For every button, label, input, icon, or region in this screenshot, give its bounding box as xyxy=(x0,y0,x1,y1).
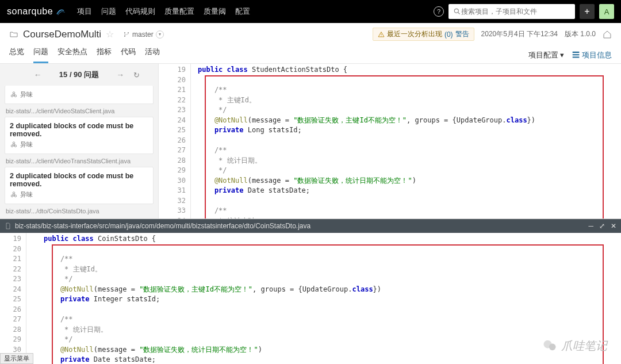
close-icon[interactable]: ✕ xyxy=(611,222,616,230)
svg-point-16 xyxy=(13,191,15,194)
project-tab[interactable]: 问题 xyxy=(33,47,48,63)
svg-point-18 xyxy=(14,195,17,197)
branch-icon xyxy=(123,31,130,38)
svg-point-6 xyxy=(381,36,381,36)
issue-card[interactable]: 2 duplicated blocks of code must be remo… xyxy=(5,167,154,204)
search-input[interactable] xyxy=(461,7,570,16)
expand-icon[interactable]: ⤢ xyxy=(599,222,605,230)
gutter-lower: 19202122232425262728293031323334353637 xyxy=(0,233,26,362)
add-button[interactable]: + xyxy=(580,4,595,19)
branch-selector[interactable]: master ▾ xyxy=(123,30,164,39)
code-body-lower: public class CoinStatsDto { /** * 主键Id。 … xyxy=(26,233,621,362)
file-path: biz-stats/.../client/VideoStatsClient.ja… xyxy=(6,108,152,114)
nav-item[interactable]: 代码规则 xyxy=(125,6,155,17)
project-icon xyxy=(9,30,18,39)
lower-code-viewer[interactable]: 19202122232425262728293031323334353637 p… xyxy=(0,233,621,362)
prev-issue-button[interactable]: ← xyxy=(34,70,42,79)
user-avatar[interactable]: A xyxy=(599,4,614,19)
svg-point-12 xyxy=(13,141,15,144)
analysis-timestamp: 2020年5月4日 下午12:34 xyxy=(481,29,558,39)
svg-point-20 xyxy=(549,344,556,351)
help-icon[interactable]: ? xyxy=(434,6,444,17)
home-icon[interactable] xyxy=(603,30,612,39)
project-header: CourseDemoMulti ☆ master ▾ 最近一次分析出现 (0) … xyxy=(0,23,621,64)
project-tab[interactable]: 活动 xyxy=(145,47,160,63)
warning-count: (0) xyxy=(444,30,453,39)
svg-point-17 xyxy=(11,195,13,197)
file-path: biz-stats/.../client/VideoTransStatsClie… xyxy=(6,158,152,164)
star-icon[interactable]: ☆ xyxy=(106,29,114,40)
next-issue-button[interactable]: → xyxy=(116,70,124,79)
branch-name: master xyxy=(132,30,154,39)
branch-dropdown-icon: ▾ xyxy=(156,30,164,39)
warning-label: 警告 xyxy=(455,29,469,39)
menu-hint[interactable]: 显示菜单 xyxy=(0,353,33,364)
minimize-icon[interactable]: ─ xyxy=(588,222,593,230)
project-tab[interactable]: 代码 xyxy=(121,47,136,63)
nav-item[interactable]: 质量配置 xyxy=(164,6,194,17)
issue-counter: 15 / 90 问题 xyxy=(59,70,99,80)
project-version: 版本 1.0.0 xyxy=(565,29,596,39)
search-icon xyxy=(453,7,461,16)
svg-line-1 xyxy=(458,13,460,14)
nav-item[interactable]: 配置 xyxy=(235,6,250,17)
watermark: 爪哇笔记 xyxy=(542,338,607,354)
logo-text: sonarqube xyxy=(7,6,53,17)
svg-point-14 xyxy=(14,145,17,147)
lower-file-path[interactable]: biz-stats/biz-stats-interface/src/main/j… xyxy=(15,222,588,230)
wechat-icon xyxy=(542,338,558,354)
issue-list[interactable]: 异味biz-stats/.../client/VideoStatsClient.… xyxy=(0,86,158,219)
file-path: biz-stats/.../dto/CoinStatsDto.java xyxy=(6,208,152,214)
logo-icon xyxy=(55,6,66,17)
gutter-upper: 19202122232425262728293031323334353637 xyxy=(159,64,191,219)
warning-icon xyxy=(378,31,385,38)
warning-prefix: 最近一次分析出现 xyxy=(387,29,442,39)
analysis-warning-badge[interactable]: 最近一次分析出现 (0) 警告 xyxy=(373,28,474,41)
svg-point-0 xyxy=(454,9,458,13)
watermark-text: 爪哇笔记 xyxy=(561,338,607,354)
nav-item[interactable]: 项目 xyxy=(77,6,92,17)
svg-point-2 xyxy=(124,32,125,33)
project-tab[interactable]: 总览 xyxy=(9,47,24,63)
nav-item[interactable]: 问题 xyxy=(101,6,116,17)
code-body-upper: public class StudentActionStatsDto { /**… xyxy=(191,64,621,219)
project-tab[interactable]: 指标 xyxy=(97,47,112,63)
project-tabs: 总览问题安全热点指标代码活动 项目配置 ▾ ☰ 项目信息 xyxy=(9,47,612,63)
project-name[interactable]: CourseDemoMulti xyxy=(23,29,101,40)
project-tab[interactable]: 安全热点 xyxy=(57,47,87,63)
project-config-dropdown[interactable]: 项目配置 ▾ xyxy=(528,50,565,60)
reload-icon[interactable]: ↻ xyxy=(133,71,140,79)
file-icon xyxy=(5,223,12,229)
svg-point-13 xyxy=(11,145,13,147)
search-box[interactable] xyxy=(448,4,575,19)
svg-point-8 xyxy=(13,91,15,94)
logo[interactable]: sonarqube xyxy=(7,6,66,17)
issue-card[interactable]: 2 duplicated blocks of code must be remo… xyxy=(5,117,154,154)
svg-point-4 xyxy=(128,32,129,33)
svg-point-9 xyxy=(11,95,13,97)
svg-point-10 xyxy=(14,95,17,97)
topnav: sonarqube 项目问题代码规则质量配置质量阈配置 ? + A xyxy=(0,0,621,23)
issue-card[interactable]: 异味 xyxy=(5,86,154,104)
lower-panel-tab: biz-stats/biz-stats-interface/src/main/j… xyxy=(0,219,621,233)
issues-sidebar: ← 15 / 90 问题 → ↻ 异味biz-stats/.../client/… xyxy=(0,64,159,219)
nav-items: 项目问题代码规则质量配置质量阈配置 xyxy=(77,6,250,17)
project-info-link[interactable]: ☰ 项目信息 xyxy=(572,50,612,60)
upper-code-viewer[interactable]: 19202122232425262728293031323334353637 p… xyxy=(159,64,621,219)
svg-point-3 xyxy=(124,36,125,37)
nav-item[interactable]: 质量阈 xyxy=(204,6,226,17)
